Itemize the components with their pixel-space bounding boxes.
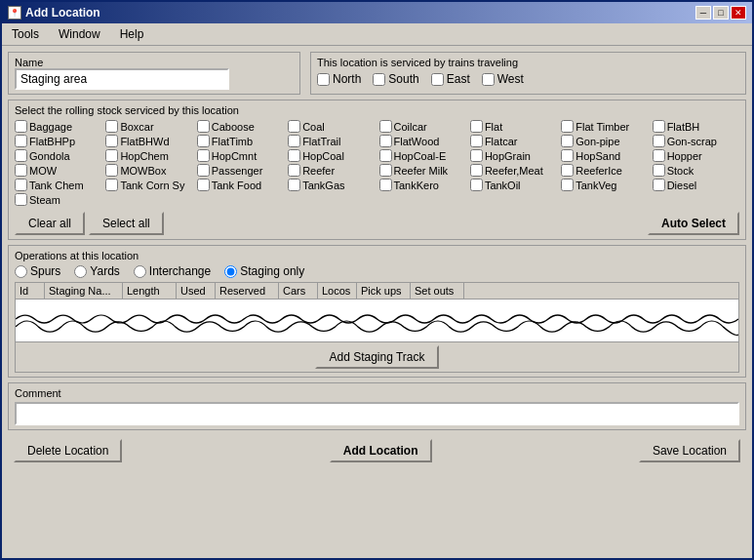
rs-label-33: Tank Corn Sy (120, 180, 184, 191)
rs-item: HopCmnt (197, 149, 284, 162)
menu-tools[interactable]: Tools (6, 25, 45, 43)
close-button[interactable]: ✕ (731, 6, 746, 20)
rs-checkbox-14[interactable] (561, 135, 574, 147)
rs-checkbox-36[interactable] (379, 179, 392, 191)
rs-item: Stock (653, 164, 739, 177)
rs-checkbox-3[interactable] (288, 120, 300, 133)
rs-checkbox-10[interactable] (197, 135, 210, 147)
minimize-button[interactable]: ─ (695, 6, 711, 20)
interchange-radio[interactable] (134, 265, 146, 278)
rs-item: Reefer Milk (379, 164, 466, 177)
clear-all-button[interactable]: Clear all (15, 212, 85, 235)
south-label: South (388, 72, 418, 86)
rs-checkbox-8[interactable] (15, 135, 27, 147)
rs-checkbox-26[interactable] (197, 164, 210, 177)
rs-checkbox-18[interactable] (197, 149, 210, 162)
title-bar: 📍 Add Location ─ □ ✕ (2, 2, 752, 23)
rs-checkbox-28[interactable] (379, 164, 392, 177)
staging-radio[interactable] (224, 265, 237, 278)
rs-checkbox-13[interactable] (470, 135, 483, 147)
rs-label-11: FlatTrail (302, 136, 340, 147)
rs-checkbox-22[interactable] (561, 149, 574, 162)
table-col-0: Id (16, 283, 45, 299)
rs-label-1: Boxcar (120, 121, 153, 133)
rs-checkbox-16[interactable] (15, 149, 27, 162)
rs-checkbox-9[interactable] (105, 135, 118, 147)
rs-item (105, 193, 192, 206)
rs-checkbox-34[interactable] (197, 179, 210, 191)
rs-checkbox-33[interactable] (105, 179, 118, 191)
rs-checkbox-6[interactable] (561, 120, 574, 133)
rs-checkbox-12[interactable] (379, 135, 392, 147)
rs-label-36: TankKero (394, 180, 439, 191)
name-section: Name (8, 52, 300, 95)
rs-checkbox-17[interactable] (105, 149, 118, 162)
rs-item: HopCoal-E (379, 149, 466, 162)
rs-item: Tank Food (197, 179, 284, 191)
rs-checkbox-40[interactable] (15, 193, 27, 206)
rs-checkbox-21[interactable] (470, 149, 483, 162)
rs-checkbox-19[interactable] (288, 149, 300, 162)
table-col-5: Cars (279, 283, 318, 299)
rs-label-37: TankOil (485, 180, 521, 191)
rs-checkbox-32[interactable] (15, 179, 27, 191)
rs-label-21: HopGrain (485, 150, 531, 162)
rs-label-40: Steam (29, 194, 60, 206)
rs-checkbox-29[interactable] (470, 164, 483, 177)
rs-checkbox-39[interactable] (653, 179, 665, 191)
rs-label-23: Hopper (667, 150, 702, 162)
spurs-label: Spurs (30, 264, 60, 278)
rs-checkbox-11[interactable] (288, 135, 300, 147)
spurs-radio[interactable] (15, 265, 27, 278)
rs-item: Caboose (197, 120, 284, 133)
rs-checkbox-25[interactable] (105, 164, 118, 177)
rs-item: Hopper (653, 149, 739, 162)
rs-checkbox-2[interactable] (197, 120, 210, 133)
rs-checkbox-31[interactable] (653, 164, 665, 177)
rs-label-18: HopCmnt (212, 150, 257, 162)
south-checkbox[interactable] (373, 73, 385, 86)
north-checkbox-item: North (317, 72, 361, 86)
menu-help[interactable]: Help (114, 25, 150, 43)
rs-checkbox-23[interactable] (653, 149, 665, 162)
rs-item: MOWBox (105, 164, 192, 177)
table-section: IdStaging Na...LengthUsedReservedCarsLoc… (15, 282, 739, 373)
rs-label-35: TankGas (302, 180, 344, 191)
name-input[interactable] (15, 68, 229, 90)
add-location-button[interactable]: Add Location (330, 439, 432, 462)
comment-input[interactable] (15, 402, 739, 425)
west-checkbox[interactable] (482, 73, 495, 86)
rs-checkbox-35[interactable] (288, 179, 300, 191)
rs-item: Coal (288, 120, 375, 133)
north-checkbox[interactable] (317, 73, 330, 86)
rs-checkbox-5[interactable] (470, 120, 483, 133)
rs-checkbox-27[interactable] (288, 164, 300, 177)
rs-checkbox-0[interactable] (15, 120, 27, 133)
rs-checkbox-38[interactable] (561, 179, 574, 191)
save-location-button[interactable]: Save Location (639, 439, 740, 462)
rs-item: Gon-pipe (561, 135, 648, 147)
rs-checkbox-1[interactable] (105, 120, 118, 133)
rs-checkbox-30[interactable] (561, 164, 574, 177)
yards-radio[interactable] (74, 265, 87, 278)
add-staging-track-button[interactable]: Add Staging Track (315, 345, 438, 369)
rs-checkbox-24[interactable] (15, 164, 27, 177)
rs-checkbox-15[interactable] (653, 135, 665, 147)
rs-item: Boxcar (105, 120, 192, 133)
rs-item: FlatBHPp (15, 135, 101, 147)
bottom-buttons: Delete Location Add Location Save Locati… (8, 435, 746, 466)
delete-location-button[interactable]: Delete Location (14, 439, 122, 462)
auto-select-button[interactable]: Auto Select (648, 212, 739, 235)
rs-buttons-right: Auto Select (648, 212, 739, 235)
comment-label: Comment (15, 387, 739, 399)
rs-checkbox-7[interactable] (653, 120, 665, 133)
east-checkbox[interactable] (431, 73, 444, 86)
select-all-button[interactable]: Select all (89, 212, 164, 235)
rs-label-22: HopSand (575, 150, 620, 162)
rs-label-30: ReeferIce (575, 165, 622, 177)
rs-checkbox-37[interactable] (470, 179, 483, 191)
maximize-button[interactable]: □ (713, 6, 729, 20)
rs-checkbox-4[interactable] (379, 120, 392, 133)
rs-checkbox-20[interactable] (379, 149, 392, 162)
menu-window[interactable]: Window (53, 25, 106, 43)
